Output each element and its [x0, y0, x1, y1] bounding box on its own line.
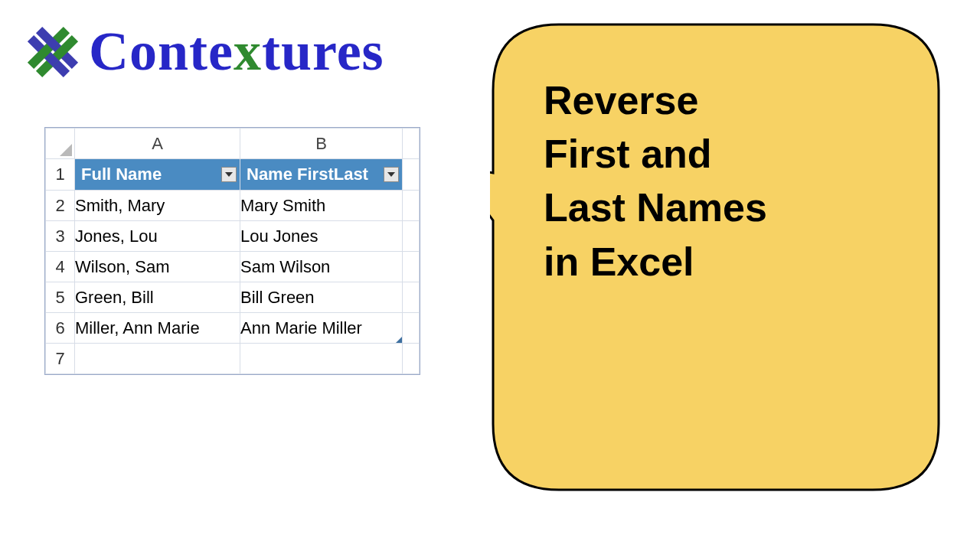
- cell[interactable]: Lou Jones: [240, 221, 403, 252]
- cell[interactable]: [403, 252, 420, 282]
- row-header[interactable]: 3: [46, 221, 75, 252]
- cell[interactable]: [240, 344, 403, 374]
- cell[interactable]: [75, 344, 240, 374]
- cell[interactable]: Wilson, Sam: [75, 252, 240, 282]
- select-all-corner[interactable]: [46, 129, 75, 159]
- cell[interactable]: Mary Smith: [240, 191, 403, 221]
- brand-logo: Contextures: [23, 20, 384, 83]
- cell[interactable]: Sam Wilson: [240, 252, 403, 282]
- filter-dropdown-icon[interactable]: [221, 167, 237, 182]
- row-header[interactable]: 7: [46, 344, 75, 374]
- spreadsheet: A B 1 Full Name Name FirstLast 2 Smith, …: [44, 127, 420, 375]
- row-header[interactable]: 2: [46, 191, 75, 221]
- cell[interactable]: Ann Marie Miller: [240, 313, 403, 344]
- cell[interactable]: Miller, Ann Marie: [75, 313, 240, 344]
- cell[interactable]: Bill Green: [240, 282, 403, 313]
- row-header[interactable]: 6: [46, 313, 75, 344]
- cell[interactable]: Green, Bill: [75, 282, 240, 313]
- filter-dropdown-icon[interactable]: [384, 167, 399, 182]
- column-header-b[interactable]: B: [240, 129, 403, 159]
- cell[interactable]: [403, 344, 420, 374]
- cell[interactable]: [403, 221, 420, 252]
- cell[interactable]: [403, 191, 420, 221]
- cell[interactable]: [403, 282, 420, 313]
- weave-icon: [23, 22, 83, 82]
- row-header[interactable]: 4: [46, 252, 75, 282]
- table-header-firstlast[interactable]: Name FirstLast: [240, 159, 403, 191]
- table-header-fullname[interactable]: Full Name: [75, 159, 240, 191]
- cell[interactable]: [403, 159, 420, 191]
- cell[interactable]: Smith, Mary: [75, 191, 240, 221]
- speech-callout: Reverse First and Last Names in Excel: [490, 21, 942, 493]
- row-header[interactable]: 5: [46, 282, 75, 313]
- row-header[interactable]: 1: [46, 159, 75, 191]
- cell[interactable]: Jones, Lou: [75, 221, 240, 252]
- cell[interactable]: [403, 313, 420, 344]
- callout-text: Reverse First and Last Names in Excel: [544, 73, 911, 289]
- column-header-blank[interactable]: [403, 129, 420, 159]
- brand-name: Contextures: [89, 20, 384, 83]
- column-header-a[interactable]: A: [75, 129, 240, 159]
